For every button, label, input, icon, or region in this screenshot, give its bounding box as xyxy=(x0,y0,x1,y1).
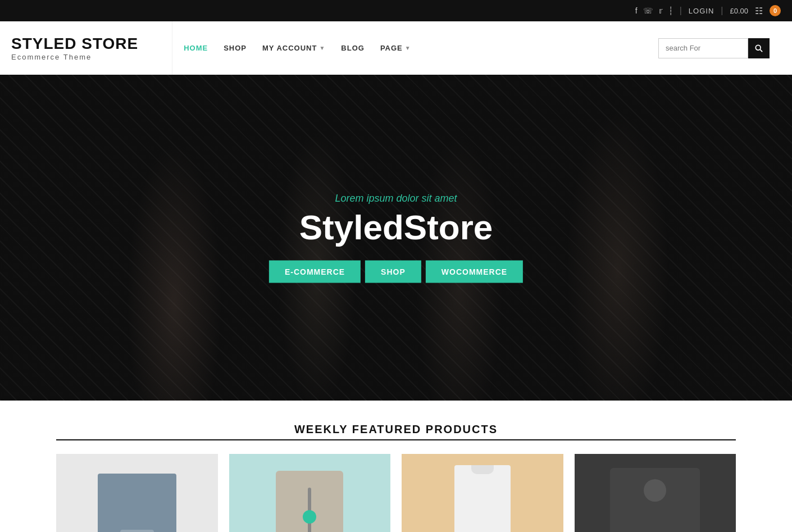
product-image-1 xyxy=(56,454,218,532)
chevron-down-icon: ▼ xyxy=(319,45,325,51)
section-divider xyxy=(56,439,736,440)
nav-links: HOME SHOP MY ACCOUNT ▼ BLOG PAGE ▼ xyxy=(184,44,647,52)
nav-home[interactable]: HOME xyxy=(184,44,208,52)
hero-btn-woocommerce[interactable]: WoCommerce xyxy=(426,261,523,283)
logo-title: STYLED STORE xyxy=(11,35,138,53)
nav-shop[interactable]: SHOP xyxy=(224,44,247,52)
product-figure-2 xyxy=(276,471,343,532)
nav-area: HOME SHOP MY ACCOUNT ▼ BLOG PAGE ▼ xyxy=(172,21,781,75)
login-link[interactable]: LOGIN xyxy=(689,7,714,15)
section-title: WEEKLY FEATURED PRODUCTS xyxy=(56,423,736,436)
product-image-2 xyxy=(229,454,391,532)
social-icons: f ☏ 𝕣 ┆ xyxy=(635,6,673,15)
product-card-2[interactable] xyxy=(229,454,391,532)
chevron-down-icon2: ▼ xyxy=(405,45,411,51)
facebook-icon[interactable]: f xyxy=(635,6,638,15)
search-input[interactable] xyxy=(658,38,748,58)
nav-page[interactable]: PAGE ▼ xyxy=(380,44,411,52)
hero-buttons: E-Commerce Shop WoCommerce xyxy=(269,261,523,283)
product-figure-1 xyxy=(98,474,176,532)
cart-icon[interactable]: ☷ xyxy=(755,6,763,16)
product-card-4[interactable] xyxy=(575,454,736,532)
hero-section: Lorem ipsum dolor sit amet StyledStore E… xyxy=(0,75,792,401)
logo[interactable]: STYLED STORE Ecommerce Theme xyxy=(11,35,138,61)
search-area xyxy=(658,38,770,58)
logo-subtitle: Ecommerce Theme xyxy=(11,53,138,61)
hero-content: Lorem ipsum dolor sit amet StyledStore E… xyxy=(269,193,523,283)
hero-tagline: Lorem ipsum dolor sit amet xyxy=(269,193,523,204)
twitter-icon[interactable]: 𝕣 xyxy=(659,6,663,15)
nav-blog[interactable]: BLOG xyxy=(341,44,365,52)
divider: | xyxy=(680,6,682,16)
top-bar: f ☏ 𝕣 ┆ | LOGIN | £0.00 ☷ 0 xyxy=(0,0,792,21)
rss-icon[interactable]: ┆ xyxy=(668,6,673,15)
cart-price: £0.00 xyxy=(730,7,748,15)
product-image-3 xyxy=(402,454,563,532)
product-figure-4 xyxy=(610,468,700,532)
search-icon xyxy=(755,44,763,52)
divider2: | xyxy=(721,6,723,16)
products-section: WEEKLY FEATURED PRODUCTS xyxy=(0,401,792,532)
product-card-1[interactable] xyxy=(56,454,218,532)
cart-badge[interactable]: 0 xyxy=(770,5,781,16)
products-grid xyxy=(56,454,736,532)
product-image-4 xyxy=(575,454,736,532)
product-card-3[interactable] xyxy=(402,454,563,532)
product-figure-3 xyxy=(454,465,511,532)
header: STYLED STORE Ecommerce Theme HOME SHOP M… xyxy=(0,21,792,75)
svg-line-1 xyxy=(760,49,762,52)
search-button[interactable] xyxy=(748,38,770,58)
skype-icon[interactable]: ☏ xyxy=(643,6,653,15)
nav-my-account[interactable]: MY ACCOUNT ▼ xyxy=(262,44,325,52)
hero-btn-ecommerce[interactable]: E-Commerce xyxy=(269,261,361,283)
hero-title: StyledStore xyxy=(269,210,523,245)
hero-btn-shop[interactable]: Shop xyxy=(365,261,421,283)
svg-point-0 xyxy=(755,45,761,50)
